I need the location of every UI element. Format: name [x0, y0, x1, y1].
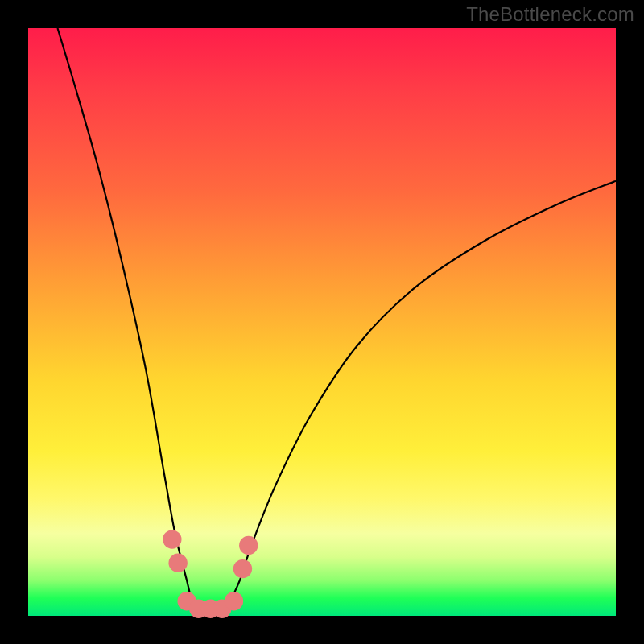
bottom-dot	[233, 559, 252, 578]
bottom-dot	[239, 536, 258, 555]
bottleneck-curve	[58, 28, 617, 617]
bottom-dot	[225, 592, 243, 610]
bottom-dots	[163, 530, 258, 618]
chart-svg	[28, 28, 616, 616]
watermark-text: TheBottleneck.com	[466, 3, 634, 26]
plot-area	[28, 28, 616, 616]
bottleneck-curve-path	[58, 28, 617, 617]
bottom-dot	[168, 554, 187, 572]
bottom-dot	[163, 530, 181, 548]
chart-frame: TheBottleneck.com	[0, 0, 644, 644]
